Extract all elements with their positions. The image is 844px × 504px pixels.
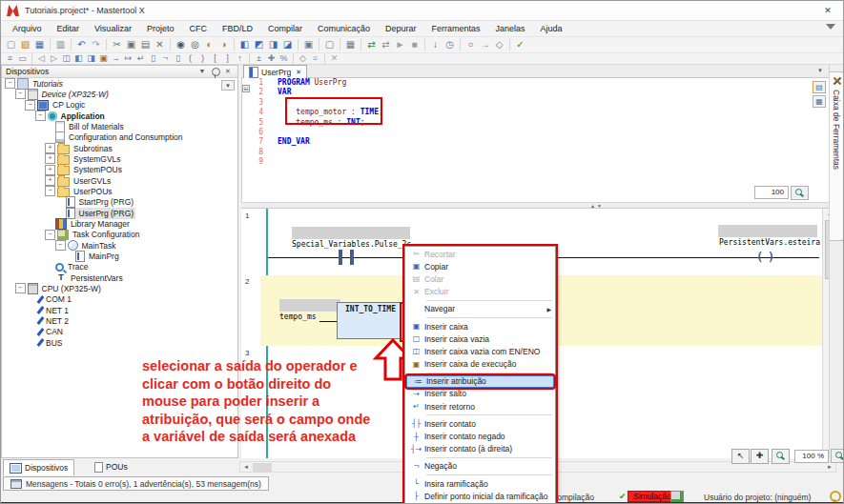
branch-above-icon[interactable]: ↑ (234, 53, 246, 64)
insert-empty-box-icon[interactable]: ◧ (72, 53, 85, 64)
bottom-tab-pous[interactable]: POUs (89, 459, 134, 474)
ladder-zoom-value[interactable]: 100 % (794, 450, 829, 463)
magnifier-icon[interactable] (791, 186, 809, 200)
undo-icon[interactable]: ↶ (74, 38, 89, 51)
menu-compilar[interactable]: Compilar (260, 22, 310, 35)
st-zoom-value[interactable]: 100 (754, 186, 789, 199)
tree-item-bill-of-materials[interactable]: Bill of Materials (2, 121, 237, 131)
tree-item-startprg-prg[interactable]: StartPrg (PRG) (2, 197, 237, 208)
tree-item-persistentvars[interactable]: TPersistentVars (2, 272, 237, 283)
declaration-view-button[interactable]: ▤ (813, 81, 826, 93)
tree-expander-icon[interactable]: − (15, 283, 26, 293)
login-icon[interactable]: ⇄ (364, 38, 379, 51)
filter-funnel-icon[interactable] (826, 24, 835, 30)
view-as-ladder-icon[interactable]: ≡ (309, 53, 321, 64)
bookmark-toggle-icon[interactable]: ◧ (237, 38, 252, 51)
toolbox-tab[interactable]: Caixa de Ferramentas (830, 71, 844, 241)
contact-bar-left[interactable] (339, 250, 342, 265)
insert-box-en-eno-icon[interactable]: ◨ (85, 53, 97, 64)
zoom-button[interactable] (772, 449, 790, 464)
bookmark-next-icon[interactable]: ◨ (266, 38, 280, 51)
tab-list-dropdown-icon[interactable]: ▼ (817, 68, 823, 73)
hscroll-thumb[interactable] (253, 463, 272, 472)
tree-item-trace[interactable]: Trace (2, 262, 237, 272)
tree-expander-icon[interactable]: + (45, 165, 55, 175)
print-icon[interactable]: ▥ (53, 38, 68, 51)
contact-bar-right[interactable] (350, 250, 354, 265)
tree-item-cp-logic[interactable]: −CP Logic (2, 100, 237, 111)
menu-cfc[interactable]: CFC (181, 22, 215, 35)
menu-ferramentas[interactable]: Ferramentas (424, 22, 488, 35)
tree-item-configuration-and-consumption[interactable]: Configuration and Consumption (2, 132, 237, 143)
coil-open-paren[interactable]: ( (756, 251, 763, 264)
insert-reset-coil-icon[interactable]: [ (209, 53, 221, 64)
find-icon[interactable]: ◉ (174, 38, 188, 51)
download-icon[interactable]: ↓ (428, 38, 443, 51)
tree-item-application[interactable]: −Application (2, 111, 237, 121)
menu-item-inserir-contato-negado[interactable]: ┼Inserir contato negado (405, 430, 555, 442)
tree-expander-icon[interactable]: − (5, 78, 15, 89)
insert-execute-box-icon[interactable]: ▣ (97, 53, 110, 64)
tabular-view-button[interactable]: ▦ (813, 95, 826, 108)
cut-icon[interactable]: ✂ (110, 38, 124, 51)
save-icon[interactable]: ▦ (32, 38, 47, 51)
delete-icon[interactable]: ✕ (153, 38, 167, 51)
tree-item-library-manager[interactable]: Library Manager (2, 218, 237, 229)
check-project-icon[interactable]: ✓ (513, 38, 527, 51)
new-project-icon[interactable]: ▢ (4, 38, 18, 51)
menu-item-copiar[interactable]: ▣Copiar (405, 260, 555, 272)
tree-item-bus[interactable]: BUS (2, 337, 237, 348)
menu-editar[interactable]: Editar (50, 22, 88, 35)
tree-expander-icon[interactable]: − (15, 89, 26, 99)
tree-expander-icon[interactable]: + (45, 143, 55, 153)
time-icon[interactable]: ◷ (443, 38, 457, 51)
run-icon[interactable]: ► (393, 38, 407, 51)
insert-input-right-icon[interactable]: ▷ (48, 53, 60, 64)
rung-2-number[interactable]: 2 (245, 277, 249, 286)
edge-detection-icon[interactable]: ✚ (265, 53, 278, 64)
insert-network-icon[interactable]: ≡ (4, 53, 16, 64)
insert-coil-icon[interactable]: ( (184, 53, 196, 64)
box-input-label[interactable]: tempo_ms (279, 312, 317, 321)
tab-userprg[interactable]: UserPrg ✕ (243, 65, 307, 78)
project-calendar-icon[interactable]: ▦ (343, 38, 358, 51)
menu-item-inserir-atribui-o[interactable]: ≔Inserir atribuição (406, 375, 554, 388)
scroll-right-icon[interactable]: ► (827, 464, 833, 470)
menu-ajuda[interactable]: Ajuda (533, 22, 570, 35)
bookmark-previous-icon[interactable]: ◩ (252, 38, 266, 51)
insert-set-coil-icon[interactable]: ) (196, 53, 209, 64)
replace-next-icon[interactable]: ◑ (216, 38, 231, 51)
window-close-button[interactable]: ✕ (820, 4, 835, 17)
set-reset-icon[interactable]: % (278, 53, 290, 64)
insert-contact-negated-icon[interactable]: ¬ (159, 53, 172, 64)
editor-splitter[interactable]: ▲▼ (241, 202, 829, 209)
build-icon[interactable]: ▣ (301, 38, 316, 51)
negate-icon[interactable]: ± (253, 53, 265, 64)
menu-item-excluir[interactable]: ✕Excluir (405, 286, 555, 298)
tree-item-net-2[interactable]: NET 2 (2, 315, 237, 326)
insert-return-icon[interactable]: ↵ (134, 53, 147, 64)
menu-item-colar[interactable]: ▤Colar (405, 272, 555, 285)
box-title[interactable]: INT_TO_TIME (338, 305, 403, 313)
tab-close-icon[interactable]: ✕ (296, 69, 301, 76)
replace-icon[interactable]: ◐ (202, 38, 216, 51)
stop-icon[interactable]: ■ (407, 38, 422, 51)
tree-expander-icon[interactable]: − (45, 186, 55, 196)
coil-operand-box[interactable] (718, 225, 817, 237)
bottom-tab-dispositivos[interactable]: Dispositivos (3, 459, 74, 476)
menu-item-insira-ramifica-o[interactable]: └Insira ramificação (405, 477, 555, 490)
menu-item-inserir-contato-direita[interactable]: ┤→Inserir contato (à direita) (405, 443, 555, 455)
tree-item-mainprg[interactable]: MainPrg (2, 251, 237, 261)
menu-item-inserir-salto[interactable]: →Inserir salto (405, 388, 555, 400)
tree-item-maintask[interactable]: −MainTask (2, 240, 237, 251)
tree-item-device-xp325-w[interactable]: −Device (XP325-W) (2, 89, 237, 99)
messages-tab[interactable]: Mensagens - Totais 0 erro(s), 1 advertên… (3, 476, 269, 491)
menu-fbd-ld[interactable]: FBD/LD (215, 22, 260, 35)
menu-item-inserir-contato[interactable]: ┤├Inserir contato (405, 417, 555, 430)
tree-expander-icon[interactable]: + (45, 175, 55, 186)
tree-item-userpous[interactable]: −UserPOUs (2, 186, 237, 196)
tree-item-com-1[interactable]: COM 1 (2, 294, 237, 305)
tree-item-systemgvls[interactable]: +SystemGVLs (2, 153, 237, 164)
project-user-status[interactable]: Usuário do projeto: (ninguém) (704, 493, 811, 502)
step-over-icon[interactable]: → (478, 38, 492, 51)
